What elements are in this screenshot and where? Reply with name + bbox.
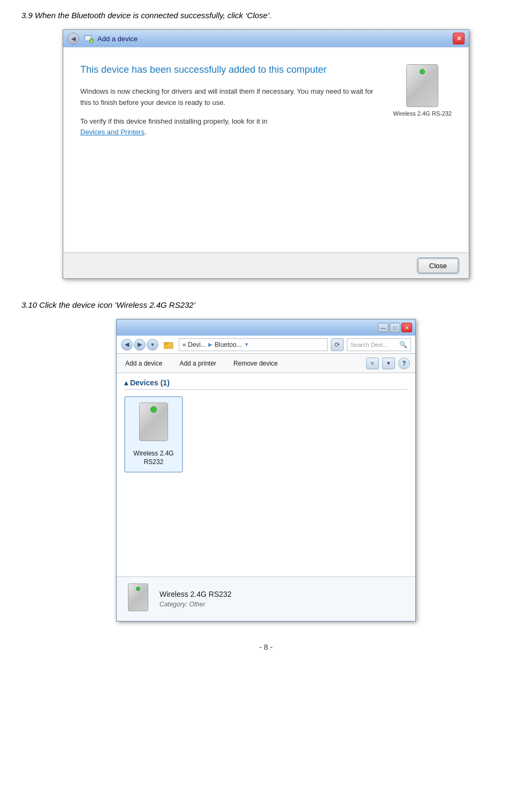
dialog-back-button[interactable]: ◀ bbox=[67, 33, 79, 44]
address-breadcrumb[interactable]: « Devi... ▶ Bluetoo... ▼ bbox=[179, 338, 328, 351]
category-label: Category: bbox=[159, 601, 187, 608]
win2-addressbar: ◀ ▶ ▼ « Devi... ▶ Bluetoo... ▼ ⟳ Search … bbox=[117, 336, 415, 354]
add-device-toolbar-btn[interactable]: Add a device bbox=[122, 358, 165, 369]
dialog-para2: To verify if this device finished instal… bbox=[80, 116, 380, 139]
page-number: - 8 - bbox=[21, 643, 511, 651]
dropdown-nav-button[interactable]: ▼ bbox=[147, 339, 158, 351]
body2-text: To verify if this device finished instal… bbox=[80, 117, 267, 125]
view-button[interactable]: ≡ bbox=[366, 358, 379, 369]
breadcrumb-arrow-icon: ▶ bbox=[208, 342, 212, 347]
search-box[interactable]: Search Devi... 🔍 bbox=[347, 338, 411, 351]
info-panel-device-name: Wireless 2.4G RS232 bbox=[159, 590, 407, 598]
breadcrumb-dropdown-icon: ▼ bbox=[244, 342, 249, 347]
device-tower-large bbox=[139, 403, 168, 441]
win2-toolbar: Add a device Add a printer Remove device… bbox=[117, 354, 415, 373]
add-device-dialog: ◀ + Add a device ✕ bbox=[63, 29, 469, 279]
body2-end: . bbox=[145, 128, 147, 136]
nav-buttons: ◀ ▶ ▼ bbox=[121, 339, 158, 351]
device-icon-label: Wireless 2.4G RS-232 bbox=[393, 110, 452, 117]
view-dropdown-button[interactable]: ▼ bbox=[382, 358, 395, 369]
minimize-button[interactable]: — bbox=[378, 323, 389, 332]
add-device-icon: + bbox=[83, 33, 94, 44]
devices-section-header: ▴ Devices (1) bbox=[124, 378, 408, 390]
devices-window: — □ ✕ ◀ ▶ ▼ « Devi... ▶ Bluetoo... ▼ bbox=[116, 319, 416, 621]
svg-rect-5 bbox=[164, 343, 168, 344]
svg-text:+: + bbox=[90, 40, 93, 43]
device-icon-area: Wireless 2.4G RS-232 bbox=[393, 64, 452, 117]
dialog-body-text: Windows is now checking for drivers and … bbox=[80, 86, 380, 138]
wireless-device-icon bbox=[136, 403, 171, 445]
win2-titlebar: — □ ✕ bbox=[117, 320, 415, 336]
info-panel-tower bbox=[128, 583, 148, 611]
refresh-button[interactable]: ⟳ bbox=[331, 338, 344, 351]
info-panel-dot bbox=[136, 587, 140, 591]
back-nav-button[interactable]: ◀ bbox=[121, 339, 133, 351]
breadcrumb-part1: « Devi... bbox=[183, 341, 206, 348]
remove-device-toolbar-btn[interactable]: Remove device bbox=[230, 358, 281, 369]
section1-label: 3.9 When the Bluetooth device is connect… bbox=[21, 11, 511, 20]
close-window-button[interactable]: ✕ bbox=[401, 323, 412, 332]
dialog-body: This device has been successfully added … bbox=[64, 48, 468, 252]
device-green-dot-large bbox=[150, 406, 157, 413]
info-panel-details: Wireless 2.4G RS232 Category: Other bbox=[159, 590, 407, 608]
search-placeholder: Search Devi... bbox=[351, 342, 397, 348]
win2-main-content: ▴ Devices (1) Wireless 2.4G RS232 bbox=[117, 373, 415, 576]
dialog-title-area: + Add a device bbox=[83, 33, 138, 44]
forward-nav-button[interactable]: ▶ bbox=[134, 339, 146, 351]
info-panel-category: Category: Other bbox=[159, 601, 407, 608]
help-button[interactable]: ? bbox=[398, 358, 410, 369]
maximize-button[interactable]: □ bbox=[390, 323, 400, 332]
dialog-title-text: Add a device bbox=[97, 35, 138, 43]
device-status-dot bbox=[420, 69, 425, 74]
dialog-para1: Windows is now checking for drivers and … bbox=[80, 86, 380, 109]
devices-section-title: ▴ Devices (1) bbox=[124, 378, 170, 387]
info-panel-device-icon bbox=[125, 583, 151, 614]
device-tower-icon bbox=[406, 64, 438, 107]
dialog-close-x-button[interactable]: ✕ bbox=[453, 33, 465, 44]
dialog-window-controls: ✕ bbox=[453, 33, 465, 44]
device-grid-name: Wireless 2.4G RS232 bbox=[131, 450, 177, 466]
section2-label: 3.10 Click the device icon ‘Wireless 2.4… bbox=[21, 300, 511, 309]
category-value: Other bbox=[189, 601, 205, 608]
screenshot2-container: — □ ✕ ◀ ▶ ▼ « Devi... ▶ Bluetoo... ▼ bbox=[116, 319, 416, 621]
wireless-device-grid-item[interactable]: Wireless 2.4G RS232 bbox=[124, 396, 183, 473]
screenshot1-container: ◀ + Add a device ✕ bbox=[63, 29, 469, 279]
dialog-footer: Close bbox=[63, 253, 469, 278]
dialog-titlebar: ◀ + Add a device ✕ bbox=[63, 30, 469, 47]
titlebar-left: ◀ + Add a device bbox=[67, 33, 138, 44]
close-button[interactable]: Close bbox=[418, 259, 458, 273]
devices-and-printers-link[interactable]: Devices and Printers bbox=[80, 128, 145, 136]
device-info-panel: Wireless 2.4G RS232 Category: Other bbox=[117, 576, 415, 621]
folder-icon bbox=[163, 339, 174, 351]
search-icon: 🔍 bbox=[399, 341, 407, 348]
breadcrumb-part2: Bluetoo... bbox=[215, 341, 242, 348]
add-printer-toolbar-btn[interactable]: Add a printer bbox=[176, 358, 219, 369]
toolbar-right: ≡ ▼ ? bbox=[366, 358, 410, 369]
